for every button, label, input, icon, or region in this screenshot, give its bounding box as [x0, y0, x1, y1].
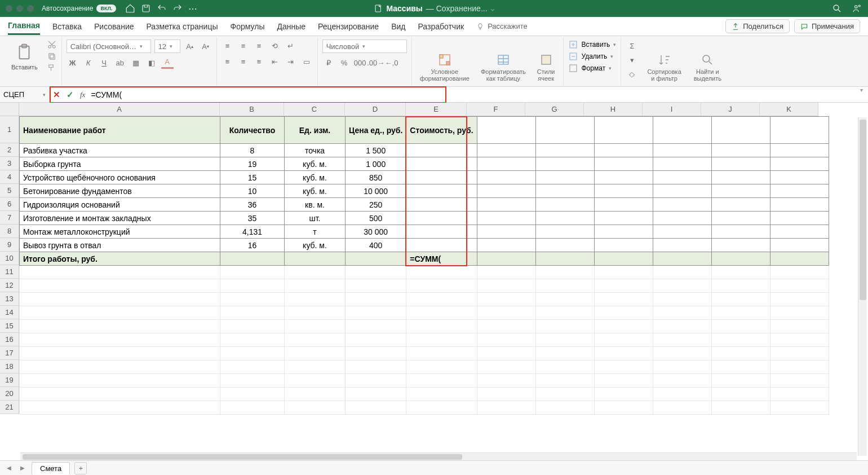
cell[interactable] [20, 388, 220, 401]
cell[interactable] [594, 279, 653, 293]
fullscreen-icon[interactable] [27, 5, 34, 12]
cell[interactable]: Изготовление и монтаж закладных [20, 212, 220, 225]
copy-icon[interactable] [47, 51, 57, 61]
cell[interactable] [653, 401, 711, 415]
find-select-button[interactable]: Найти и выделить [690, 39, 725, 83]
cell[interactable] [20, 347, 220, 360]
cell[interactable] [20, 279, 220, 293]
cell[interactable]: 10 [220, 184, 285, 198]
cell[interactable] [477, 157, 535, 171]
cell[interactable] [711, 320, 770, 333]
align-right-icon[interactable]: ≡ [253, 55, 265, 68]
cell[interactable] [346, 347, 406, 360]
cell[interactable] [653, 266, 711, 279]
cell[interactable] [346, 374, 406, 388]
cell[interactable] [406, 401, 477, 415]
cell[interactable] [406, 266, 477, 279]
align-bottom-icon[interactable]: ≡ [253, 39, 265, 52]
indent-decrease-icon[interactable]: ⇤ [269, 55, 281, 68]
cell[interactable]: 15 [220, 171, 285, 184]
cell[interactable] [711, 360, 770, 374]
namebox-dropdown-icon[interactable]: ▾ [43, 92, 46, 98]
cell[interactable] [535, 347, 594, 360]
merge-icon[interactable]: ▭ [300, 55, 313, 68]
cell[interactable] [770, 144, 829, 157]
cell[interactable]: Выборка грунта [20, 157, 220, 171]
cell[interactable] [653, 347, 711, 360]
row-header[interactable]: 5 [0, 184, 19, 197]
cell[interactable] [653, 293, 711, 306]
horizontal-scrollbar[interactable] [20, 452, 857, 460]
column-header[interactable]: J [701, 103, 760, 116]
comma-icon[interactable]: 000 [354, 56, 366, 69]
cell[interactable] [285, 306, 346, 320]
cell[interactable] [477, 279, 535, 293]
cell[interactable] [477, 225, 535, 239]
insert-cells-button[interactable]: Вставить▾ [568, 39, 617, 50]
cell[interactable] [653, 184, 711, 198]
share-people-icon[interactable] [852, 3, 862, 14]
wrap-text-icon[interactable]: ↵ [285, 39, 297, 52]
orientation-icon[interactable]: ⟲ [269, 39, 281, 52]
cell[interactable] [346, 306, 406, 320]
cell[interactable] [653, 279, 711, 293]
cell[interactable] [346, 252, 406, 266]
cell[interactable] [220, 333, 285, 347]
cell[interactable] [770, 266, 829, 279]
cell[interactable] [770, 239, 829, 252]
cell-styles-button[interactable]: Стили ячеек [534, 39, 559, 83]
cell[interactable] [653, 239, 711, 252]
cell[interactable] [20, 333, 220, 347]
cell[interactable]: точка [285, 144, 346, 157]
row-header[interactable]: 9 [0, 238, 19, 252]
tab-insert[interactable]: Вставка [52, 19, 82, 34]
cell[interactable] [406, 184, 477, 198]
cell[interactable]: Итого работы, руб. [20, 252, 220, 266]
cell[interactable] [285, 347, 346, 360]
column-header[interactable]: A [19, 103, 220, 116]
column-header[interactable]: G [525, 103, 584, 116]
cell[interactable] [406, 374, 477, 388]
cell[interactable] [653, 374, 711, 388]
cell[interactable] [535, 266, 594, 279]
cell[interactable] [220, 293, 285, 306]
cell[interactable] [653, 306, 711, 320]
cell[interactable] [770, 225, 829, 239]
cell[interactable] [20, 360, 220, 374]
column-header[interactable]: E [406, 103, 467, 116]
cell[interactable] [594, 171, 653, 184]
cell[interactable] [477, 360, 535, 374]
fill-icon[interactable]: ▾ [626, 54, 638, 66]
cell[interactable]: 850 [346, 171, 406, 184]
cell[interactable] [535, 239, 594, 252]
cell[interactable] [653, 252, 711, 266]
cell[interactable]: Вывоз грунта в отвал [20, 239, 220, 252]
cell[interactable] [711, 171, 770, 184]
cell[interactable] [535, 117, 594, 144]
cell[interactable] [770, 171, 829, 184]
sort-filter-button[interactable]: Сортировка и фильтр [644, 39, 684, 83]
cell[interactable]: куб. м. [285, 157, 346, 171]
format-painter-icon[interactable] [47, 63, 57, 73]
cell[interactable] [770, 401, 829, 415]
cell[interactable] [711, 184, 770, 198]
cell[interactable] [711, 239, 770, 252]
row-header[interactable]: 7 [0, 211, 19, 225]
cell[interactable] [594, 266, 653, 279]
cell[interactable] [346, 333, 406, 347]
row-header[interactable]: 11 [0, 265, 19, 279]
clear-icon[interactable]: ◇ [626, 68, 638, 80]
cell[interactable] [711, 198, 770, 212]
cell[interactable] [220, 306, 285, 320]
cell[interactable]: Бетонирование фундаментов [20, 184, 220, 198]
cell[interactable] [285, 374, 346, 388]
cell[interactable] [770, 184, 829, 198]
cell[interactable] [406, 320, 477, 333]
cell[interactable]: 500 [346, 212, 406, 225]
cell[interactable] [406, 157, 477, 171]
currency-icon[interactable]: ₽ [322, 56, 335, 69]
number-format-select[interactable]: Числовой▾ [322, 39, 407, 53]
cell[interactable] [770, 306, 829, 320]
cell[interactable] [535, 279, 594, 293]
cell[interactable] [770, 117, 829, 144]
